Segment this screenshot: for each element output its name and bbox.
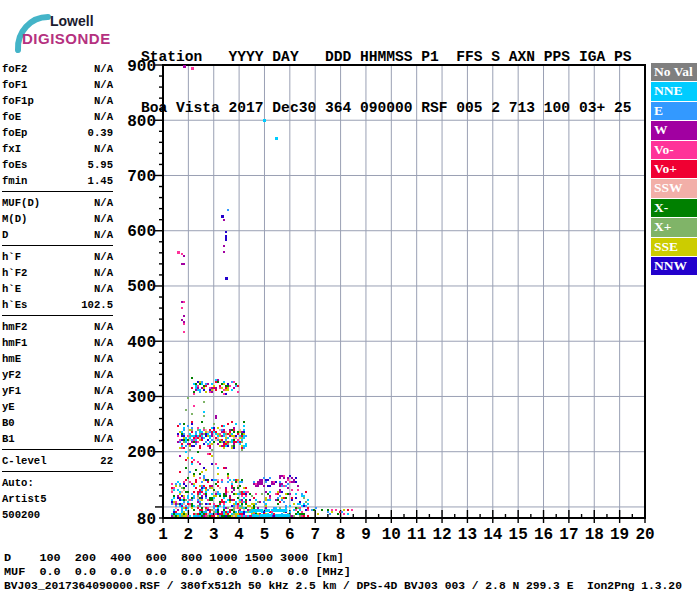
x-axis-label: 2: [184, 526, 194, 544]
x-axis-label: 12: [432, 526, 451, 544]
param-value: N/A: [94, 351, 113, 367]
legend-item: W: [651, 121, 697, 139]
y-axis-label: 600: [127, 223, 156, 241]
legend-item: X-: [651, 199, 697, 217]
param-row: B0N/A: [2, 415, 113, 431]
param-label: B1: [2, 431, 15, 447]
param-label: h`Es: [2, 297, 27, 313]
param-row: hmEN/A: [2, 351, 113, 367]
param-label: hmE: [2, 351, 21, 367]
param-value: N/A: [94, 109, 113, 125]
station-header: Station YYYY DAY DDD HHMMSS P1 FFS S AXN…: [141, 15, 631, 151]
x-axis-label: 11: [407, 526, 426, 544]
param-label: foEp: [2, 125, 27, 141]
param-separator: [2, 471, 113, 472]
legend-item: Vo+: [651, 160, 697, 178]
param-row: yEN/A: [2, 399, 113, 415]
param-label: foF2: [2, 61, 27, 77]
param-row: M(D)N/A: [2, 211, 113, 227]
x-axis-label: 7: [310, 526, 320, 544]
y-axis-label: 500: [127, 278, 156, 296]
param-value: N/A: [94, 141, 113, 157]
x-axis-label: 4: [234, 526, 244, 544]
param-separator: [2, 191, 113, 192]
param-label: h`E: [2, 281, 21, 297]
legend-item: SSE: [651, 238, 697, 256]
param-value: N/A: [94, 195, 113, 211]
param-label: fmin: [2, 173, 27, 189]
y-axis-label: 700: [127, 168, 156, 186]
param-row: h`F2N/A: [2, 265, 113, 281]
x-axis-label: 20: [635, 526, 654, 544]
param-row: foEp0.39: [2, 125, 113, 141]
param-row: fxIN/A: [2, 141, 113, 157]
param-value: N/A: [94, 265, 113, 281]
param-label: foF1p: [2, 93, 34, 109]
x-axis-label: 17: [559, 526, 578, 544]
x-axis-label: 8: [336, 526, 346, 544]
header-fields-line: Station YYYY DAY DDD HHMMSS P1 FFS S AXN…: [141, 49, 631, 66]
param-value: 22: [100, 453, 113, 469]
x-axis-label: 16: [534, 526, 553, 544]
x-axis-label: 3: [209, 526, 219, 544]
param-label: h`F2: [2, 265, 27, 281]
param-value: N/A: [94, 383, 113, 399]
distance-row: D 100 200 400 600 800 1000 1500 3000 [km…: [4, 551, 344, 565]
param-row: foEs5.95: [2, 157, 113, 173]
x-axis-label: 15: [509, 526, 528, 544]
param-value: N/A: [94, 227, 113, 243]
y-axis-label: 300: [127, 389, 156, 407]
param-row: B1N/A: [2, 431, 113, 447]
param-value: N/A: [94, 281, 113, 297]
param-label: Auto:: [2, 475, 34, 491]
logo-digisonde-text: DIGISONDE: [22, 30, 111, 47]
param-value: N/A: [94, 93, 113, 109]
param-label: B0: [2, 415, 15, 431]
param-row: hmF2N/A: [2, 319, 113, 335]
param-value: 5.95: [88, 157, 113, 173]
x-axis-label: 14: [483, 526, 503, 544]
color-legend: No ValNNEEWVo-Vo+SSWX-X+SSENNW: [651, 63, 697, 276]
legend-item: No Val: [651, 63, 697, 81]
header-values-line: Boa Vista 2017 Dec30 364 090000 RSF 005 …: [141, 100, 631, 117]
param-value: N/A: [94, 431, 113, 447]
param-label: yF1: [2, 383, 21, 399]
muf-row: MUF 0.0 0.0 0.0 0.0 0.0 0.0 0.0 0.0 [MHz…: [4, 565, 351, 579]
param-row: DN/A: [2, 227, 113, 243]
param-label: foEs: [2, 157, 27, 173]
param-label: hmF2: [2, 319, 27, 335]
param-value: 102.5: [81, 297, 113, 313]
param-value: 1.45: [88, 173, 113, 189]
param-row: Artist5: [2, 491, 113, 507]
param-row: hmF1N/A: [2, 335, 113, 351]
param-value: N/A: [94, 399, 113, 415]
param-label: foE: [2, 109, 21, 125]
x-axis-label: 9: [361, 526, 371, 544]
param-row: yF2N/A: [2, 367, 113, 383]
param-row: yF1N/A: [2, 383, 113, 399]
legend-item: SSW: [651, 179, 697, 197]
y-axis-label: 200: [127, 444, 156, 462]
param-label: C-level: [2, 453, 47, 469]
param-value: 0.39: [88, 125, 113, 141]
param-row: foF1N/A: [2, 77, 113, 93]
param-separator: [2, 315, 113, 316]
ionogram-page: 9008007006005004003002008012345678910111…: [0, 0, 700, 600]
x-axis-label: 13: [458, 526, 477, 544]
param-row: foF2N/A: [2, 61, 113, 77]
x-axis-label: 6: [285, 526, 295, 544]
param-label: MUF(D): [2, 195, 40, 211]
param-label: h`F: [2, 249, 21, 265]
parameter-panel: foF2N/AfoF1N/AfoF1pN/AfoEN/AfoEp0.39fxIN…: [2, 61, 113, 523]
param-row: h`FN/A: [2, 249, 113, 265]
y-axis-label: 400: [127, 334, 156, 352]
x-axis-label: 10: [382, 526, 401, 544]
x-axis-label: 19: [610, 526, 629, 544]
x-axis-label: 5: [260, 526, 270, 544]
param-label: 500200: [2, 507, 40, 523]
legend-item: Vo-: [651, 141, 697, 159]
param-separator: [2, 449, 113, 450]
param-label: hmF1: [2, 335, 27, 351]
param-row: C-level22: [2, 453, 113, 469]
param-value: N/A: [94, 77, 113, 93]
